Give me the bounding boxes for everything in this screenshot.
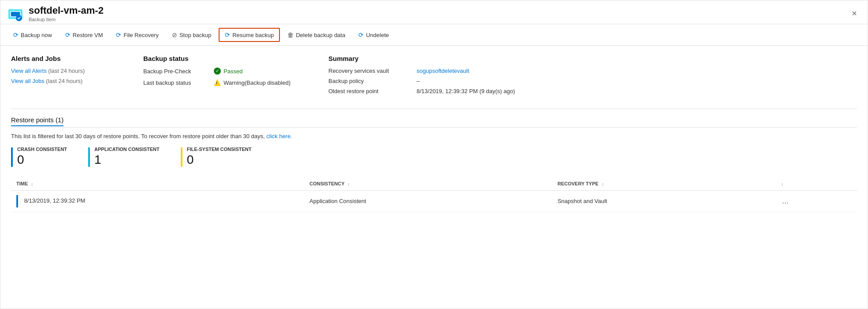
filesys-consistent-value: 0	[187, 154, 252, 166]
resume-backup-label: Resume backup	[232, 32, 274, 38]
restore-points-table: TIME ↕ CONSISTENCY ↕ RECOVERY TYPE ↕ ↕	[11, 177, 857, 212]
row-recovery-type: Snapshot and Vault	[552, 190, 774, 212]
filesys-consistent-counter: FILE-SYSTEM CONSISTENT 0	[181, 147, 252, 167]
alerts-suffix: (last 24 hours)	[48, 68, 85, 74]
summary-vault-label: Recovery services vault	[328, 68, 417, 74]
app-consistent-label: APPLICATION CONSISTENT	[94, 147, 160, 152]
app-consistent-value: 1	[94, 154, 160, 166]
warn-icon: !	[214, 79, 221, 86]
app-consistent-bar	[88, 147, 90, 167]
undelete-button[interactable]: ⟳ Undelete	[353, 28, 395, 41]
last-backup-label: Last backup status	[143, 79, 214, 86]
filesys-consistent-label: FILE-SYSTEM CONSISTENT	[187, 147, 252, 152]
backup-now-button[interactable]: ⟳ Backup now	[7, 28, 58, 41]
consistency-sort-icon[interactable]: ↕	[347, 182, 350, 187]
summary-oldest-row: Oldest restore point 8/13/2019, 12:39:32…	[328, 88, 857, 94]
restore-points-section: Restore points (1) This list is filtered…	[11, 116, 857, 212]
crash-consistent-label: CRASH CONSISTENT	[17, 147, 67, 152]
main-content: Alerts and Jobs View all Alerts (last 24…	[0, 46, 868, 221]
top-section: Alerts and Jobs View all Alerts (last 24…	[11, 55, 857, 98]
file-recovery-label: File Recovery	[123, 32, 158, 38]
stop-backup-label: Stop backup	[179, 32, 211, 38]
recovery-type-sort-icon[interactable]: ↕	[602, 182, 604, 187]
row-indicator	[16, 195, 18, 207]
time-sort-icon[interactable]: ↕	[31, 182, 33, 187]
summary-vault-value[interactable]: sogupsoftdeletevault	[417, 68, 469, 74]
row-time: 8/13/2019, 12:39:32 PM	[11, 190, 304, 212]
crash-consistent-counter: CRASH CONSISTENT 0	[11, 147, 67, 167]
precheck-status-text: Passed	[224, 68, 242, 75]
file-recovery-icon: ⟳	[116, 31, 121, 38]
delete-backup-button[interactable]: 🗑 Delete backup data	[282, 28, 351, 41]
file-recovery-button[interactable]: ⟳ File Recovery	[110, 28, 164, 41]
stop-backup-button[interactable]: ⊘ Stop backup	[166, 28, 217, 41]
table-row: 8/13/2019, 12:39:32 PM Application Consi…	[11, 190, 857, 212]
col-actions: ↕	[774, 177, 857, 190]
section-divider	[11, 109, 857, 109]
row-actions: ...	[774, 190, 857, 212]
delete-backup-icon: 🗑	[287, 31, 294, 38]
stop-backup-icon: ⊘	[172, 31, 177, 38]
last-backup-row: Last backup status ! Warning(Backup disa…	[143, 79, 328, 86]
col-time: TIME ↕	[11, 177, 304, 190]
summary-policy-row: Backup policy –	[328, 78, 857, 84]
view-all-alerts-link[interactable]: View all Alerts	[11, 68, 47, 74]
app-container: softdel-vm-am-2 Backup Item × ⟳ Backup n…	[0, 0, 868, 309]
filesys-consistent-bar	[181, 147, 183, 167]
page-title: softdel-vm-am-2	[29, 5, 104, 16]
undelete-label: Undelete	[366, 32, 389, 38]
vm-icon	[7, 6, 23, 22]
undelete-icon: ⟳	[358, 31, 364, 38]
backup-status-title: Backup status	[143, 55, 328, 62]
header: softdel-vm-am-2 Backup Item ×	[0, 0, 868, 24]
delete-backup-label: Delete backup data	[296, 32, 345, 38]
app-consistent-counter: APPLICATION CONSISTENT 1	[88, 147, 160, 167]
restore-vm-button[interactable]: ⟳ Restore VM	[60, 28, 109, 41]
view-all-alerts-row: View all Alerts (last 24 hours)	[11, 68, 143, 74]
crash-consistent-bar	[11, 147, 13, 167]
last-backup-value: ! Warning(Backup disabled)	[214, 79, 291, 86]
backup-precheck-row: Backup Pre-Check ✓ Passed	[143, 68, 328, 75]
summary-oldest-value: 8/13/2019, 12:39:32 PM (9 day(s) ago)	[417, 88, 515, 94]
header-title-block: softdel-vm-am-2 Backup Item	[29, 5, 104, 22]
summary-title: Summary	[328, 55, 857, 62]
alerts-jobs-section: Alerts and Jobs View all Alerts (last 24…	[11, 55, 143, 98]
consistency-counters: CRASH CONSISTENT 0 APPLICATION CONSISTEN…	[11, 147, 857, 167]
jobs-suffix: (last 24 hours)	[46, 78, 82, 84]
col-recovery-type: RECOVERY TYPE ↕	[552, 177, 774, 190]
page-subtitle: Backup Item	[29, 17, 104, 22]
last-backup-status-text: Warning(Backup disabled)	[224, 79, 291, 86]
backup-precheck-value: ✓ Passed	[214, 68, 242, 75]
summary-section: Summary Recovery services vault sogupsof…	[328, 55, 857, 98]
pass-icon: ✓	[214, 68, 221, 75]
actions-sort-icon[interactable]: ↕	[781, 182, 783, 187]
crash-consistent-value: 0	[17, 154, 67, 166]
table-header-row: TIME ↕ CONSISTENCY ↕ RECOVERY TYPE ↕ ↕	[11, 177, 857, 190]
view-all-jobs-row: View all Jobs (last 24 hours)	[11, 78, 143, 84]
filter-text: This list is filtered for last 30 days o…	[11, 133, 857, 139]
row-ellipsis-button[interactable]: ...	[779, 196, 791, 207]
toolbar: ⟳ Backup now ⟳ Restore VM ⟳ File Recover…	[0, 24, 868, 46]
col-consistency: CONSISTENCY ↕	[304, 177, 552, 190]
summary-policy-label: Backup policy	[328, 78, 417, 84]
backup-now-label: Backup now	[21, 32, 52, 38]
alerts-jobs-title: Alerts and Jobs	[11, 55, 143, 62]
backup-status-section: Backup status Backup Pre-Check ✓ Passed …	[143, 55, 328, 98]
close-button[interactable]: ×	[848, 7, 861, 20]
backup-now-icon: ⟳	[13, 31, 19, 38]
restore-points-tab[interactable]: Restore points (1)	[11, 116, 63, 126]
resume-backup-button[interactable]: ⟳ Resume backup	[219, 28, 280, 42]
summary-policy-value: –	[417, 78, 420, 84]
summary-oldest-label: Oldest restore point	[328, 88, 417, 94]
backup-precheck-label: Backup Pre-Check	[143, 68, 214, 75]
click-here-link[interactable]: click here.	[266, 133, 292, 139]
summary-vault-row: Recovery services vault sogupsoftdeletev…	[328, 68, 857, 74]
view-all-jobs-link[interactable]: View all Jobs	[11, 78, 45, 84]
restore-vm-icon: ⟳	[65, 31, 71, 38]
resume-backup-icon: ⟳	[225, 31, 230, 38]
restore-vm-label: Restore VM	[73, 32, 103, 38]
row-consistency: Application Consistent	[304, 190, 552, 212]
